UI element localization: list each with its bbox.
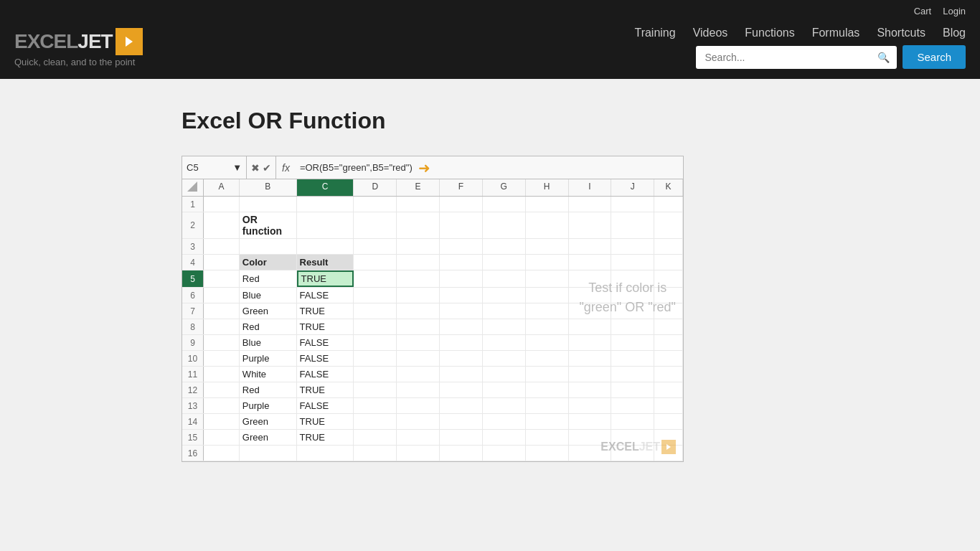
- col-header-b[interactable]: B: [240, 179, 297, 196]
- cell-b11[interactable]: White: [240, 367, 297, 382]
- cell-g11[interactable]: [483, 367, 526, 382]
- cell-d4[interactable]: [354, 255, 397, 270]
- cell-k1[interactable]: [654, 197, 683, 212]
- cell-e13[interactable]: [397, 398, 440, 413]
- cell-j10[interactable]: [611, 351, 654, 366]
- cell-g1[interactable]: [483, 197, 526, 212]
- cell-e1[interactable]: [397, 197, 440, 212]
- cart-link[interactable]: Cart: [914, 6, 932, 17]
- cell-d9[interactable]: [354, 335, 397, 350]
- col-header-a[interactable]: A: [204, 179, 240, 196]
- cell-d5[interactable]: [354, 270, 397, 287]
- cell-h12[interactable]: [526, 382, 569, 397]
- cell-b6[interactable]: Blue: [240, 288, 297, 303]
- cell-k9[interactable]: [654, 335, 683, 350]
- cell-j8[interactable]: [611, 319, 654, 334]
- cell-a4[interactable]: [204, 255, 240, 270]
- cell-g14[interactable]: [483, 414, 526, 429]
- cell-d1[interactable]: [354, 197, 397, 212]
- cell-ref-dropdown-icon[interactable]: ▼: [232, 162, 242, 173]
- cell-g10[interactable]: [483, 351, 526, 366]
- col-header-c[interactable]: C: [297, 179, 354, 196]
- cell-c4[interactable]: Result: [297, 255, 354, 270]
- cell-a2[interactable]: [204, 212, 240, 238]
- cell-a1[interactable]: [204, 197, 240, 212]
- cell-a6[interactable]: [204, 288, 240, 303]
- cell-i3[interactable]: [569, 239, 612, 254]
- cell-e15[interactable]: [397, 430, 440, 445]
- login-link[interactable]: Login: [943, 6, 966, 17]
- cell-f12[interactable]: [440, 382, 483, 397]
- cell-b8[interactable]: Red: [240, 319, 297, 334]
- cell-b4[interactable]: Color: [240, 255, 297, 270]
- cell-k13[interactable]: [654, 398, 683, 413]
- cell-a7[interactable]: [204, 303, 240, 319]
- cell-h2[interactable]: [526, 212, 569, 238]
- cell-e7[interactable]: [397, 303, 440, 319]
- cell-f3[interactable]: [440, 239, 483, 254]
- cell-c13[interactable]: FALSE: [297, 398, 354, 413]
- cell-g8[interactable]: [483, 319, 526, 334]
- cell-h7[interactable]: [526, 303, 569, 319]
- cell-e11[interactable]: [397, 367, 440, 382]
- cell-f11[interactable]: [440, 367, 483, 382]
- cell-i11[interactable]: [569, 367, 612, 382]
- cell-j11[interactable]: [611, 367, 654, 382]
- cell-f4[interactable]: [440, 255, 483, 270]
- col-header-i[interactable]: I: [569, 179, 612, 196]
- cell-g5[interactable]: [483, 270, 526, 287]
- cell-f6[interactable]: [440, 288, 483, 303]
- cell-b10[interactable]: Purple: [240, 351, 297, 366]
- cell-j2[interactable]: [611, 212, 654, 238]
- nav-shortcuts[interactable]: Shortcuts: [877, 27, 925, 39]
- cell-e5[interactable]: [397, 270, 440, 287]
- cell-d3[interactable]: [354, 239, 397, 254]
- cell-h16[interactable]: [526, 446, 569, 461]
- cell-d13[interactable]: [354, 398, 397, 413]
- cell-k4[interactable]: [654, 255, 683, 270]
- cell-d12[interactable]: [354, 382, 397, 397]
- cell-h15[interactable]: [526, 430, 569, 445]
- cell-c6[interactable]: FALSE: [297, 288, 354, 303]
- col-header-h[interactable]: H: [526, 179, 569, 196]
- cell-a13[interactable]: [204, 398, 240, 413]
- col-header-j[interactable]: J: [611, 179, 654, 196]
- cell-c9[interactable]: FALSE: [297, 335, 354, 350]
- cell-h14[interactable]: [526, 414, 569, 429]
- cell-f7[interactable]: [440, 303, 483, 319]
- cell-b16[interactable]: [240, 446, 297, 461]
- cell-k3[interactable]: [654, 239, 683, 254]
- cell-d2[interactable]: [354, 212, 397, 238]
- cell-g7[interactable]: [483, 303, 526, 319]
- logo[interactable]: EXCEL JET: [14, 28, 143, 55]
- cell-e10[interactable]: [397, 351, 440, 366]
- cell-k10[interactable]: [654, 351, 683, 366]
- cell-c15[interactable]: TRUE: [297, 430, 354, 445]
- cell-e12[interactable]: [397, 382, 440, 397]
- cell-i9[interactable]: [569, 335, 612, 350]
- cell-f14[interactable]: [440, 414, 483, 429]
- cell-b1[interactable]: [240, 197, 297, 212]
- cell-i12[interactable]: [569, 382, 612, 397]
- cell-b7[interactable]: Green: [240, 303, 297, 319]
- cell-g4[interactable]: [483, 255, 526, 270]
- cell-e3[interactable]: [397, 239, 440, 254]
- cell-g6[interactable]: [483, 288, 526, 303]
- cell-a16[interactable]: [204, 446, 240, 461]
- cell-a15[interactable]: [204, 430, 240, 445]
- cell-f8[interactable]: [440, 319, 483, 334]
- nav-training[interactable]: Training: [634, 27, 675, 39]
- cell-d7[interactable]: [354, 303, 397, 319]
- cell-a3[interactable]: [204, 239, 240, 254]
- nav-blog[interactable]: Blog: [943, 27, 966, 39]
- cell-e2[interactable]: [397, 212, 440, 238]
- cell-i14[interactable]: [569, 414, 612, 429]
- cell-k2[interactable]: [654, 212, 683, 238]
- cell-c3[interactable]: [297, 239, 354, 254]
- cell-f10[interactable]: [440, 351, 483, 366]
- cell-j1[interactable]: [611, 197, 654, 212]
- cell-f1[interactable]: [440, 197, 483, 212]
- cell-a9[interactable]: [204, 335, 240, 350]
- cell-b14[interactable]: Green: [240, 414, 297, 429]
- cell-h11[interactable]: [526, 367, 569, 382]
